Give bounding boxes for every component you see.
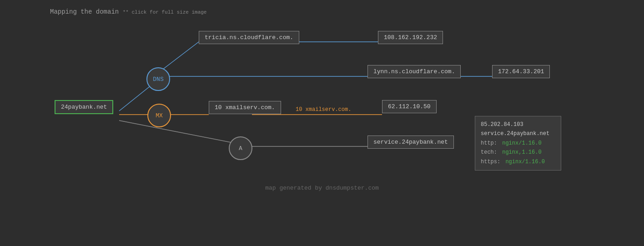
ip-108-label: 108.162.192.232: [378, 31, 443, 44]
tricia-node: tricia.ns.cloudflare.com.: [199, 31, 299, 44]
ip-108-node: 108.162.192.232: [378, 31, 443, 44]
xmailserv-node: 10 xmailserv.com.: [209, 101, 281, 114]
info-https: https: nginx/1.16.0: [481, 157, 555, 166]
dns-label: DNS: [146, 67, 170, 91]
tricia-label: tricia.ns.cloudflare.com.: [199, 31, 299, 44]
a-label: A: [229, 136, 252, 160]
domain-label: 24paybank.net: [55, 100, 113, 114]
info-hostname: service.24paybank.net: [481, 129, 555, 138]
a-node[interactable]: A: [229, 136, 252, 160]
dns-node[interactable]: DNS: [146, 67, 170, 91]
service-node: service.24paybank.net: [367, 136, 454, 149]
lynn-node: lynn.ns.cloudflare.com.: [367, 65, 461, 78]
https-label: https:: [481, 159, 500, 165]
ip-172-label: 172.64.33.201: [492, 65, 550, 78]
footer: map generated by dnsdumpster.com: [265, 185, 379, 191]
ip-62-node: 62.112.10.50: [382, 100, 437, 113]
xmailserv-label: 10 xmailserv.com.: [209, 101, 281, 114]
header-prefix: Mapping the domain: [50, 8, 119, 15]
https-value: nginx/1.16.0: [505, 159, 544, 165]
info-ip: 85.202.84.103: [481, 120, 555, 129]
info-http: http: nginx/1.16.0: [481, 139, 555, 148]
lynn-label: lynn.ns.cloudflare.com.: [367, 65, 461, 78]
domain-node[interactable]: 24paybank.net: [55, 100, 113, 114]
info-panel: 85.202.84.103 service.24paybank.net http…: [475, 116, 561, 171]
mx-node[interactable]: MX: [147, 104, 171, 127]
svg-text:10 xmailserv.com.: 10 xmailserv.com.: [296, 106, 351, 113]
footer-text: map generated by dnsdumpster.com: [265, 185, 379, 191]
mx-label: MX: [147, 104, 171, 127]
info-tech: tech: nginx,1.16.0: [481, 148, 555, 157]
service-label: service.24paybank.net: [367, 136, 454, 149]
tech-label: tech:: [481, 149, 497, 156]
header: Mapping the domain ** click for full siz…: [50, 8, 206, 15]
http-label: http:: [481, 140, 497, 146]
header-click-hint: ** click for full size image: [123, 10, 207, 15]
http-value: nginx/1.16.0: [502, 140, 541, 146]
ip-62-label: 62.112.10.50: [382, 100, 437, 113]
ip-172-node: 172.64.33.201: [492, 65, 550, 78]
tech-value: nginx,1.16.0: [502, 149, 541, 156]
